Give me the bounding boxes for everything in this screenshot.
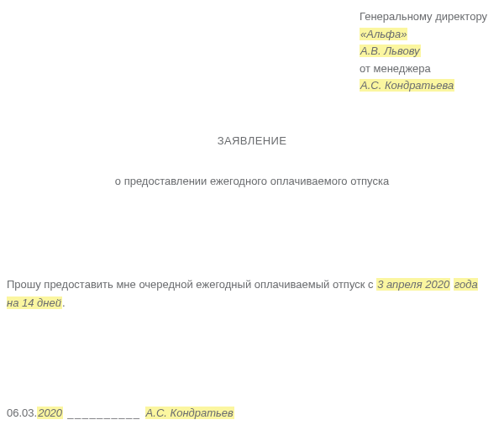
footer-date-year: 2020	[37, 407, 63, 419]
document-subtitle: о предоставлении ежегодного оплачиваемог…	[0, 173, 504, 190]
body-suffix: .	[62, 296, 66, 309]
body-prefix: Прошу предоставить мне очередной ежегодн…	[7, 278, 376, 291]
recipient-block: Генеральному директору «Альфа» А.В. Льво…	[360, 8, 494, 95]
recipient-director: А.В. Львову	[360, 45, 421, 57]
recipient-company: «Альфа»	[360, 28, 407, 40]
signature-placeholder: __________	[63, 407, 145, 419]
document-page: Генеральному директору «Альфа» А.В. Льво…	[0, 0, 504, 425]
recipient-role: Генеральному директору	[360, 8, 494, 25]
document-title: ЗАЯВЛЕНИЕ	[0, 133, 504, 150]
sender-role: от менеджера	[360, 60, 494, 77]
sender-name: А.С. Кондратьева	[360, 79, 454, 92]
footer-signer: А.С. Кондратьев	[145, 407, 234, 419]
signature-line: 06.03.2020 __________ А.С. Кондратьев	[7, 405, 234, 422]
footer-date-prefix: 06.03.	[7, 407, 37, 419]
body-date-start: 3 апреля 2020	[376, 278, 450, 291]
document-body: Прошу предоставить мне очередной ежегодн…	[7, 275, 487, 312]
